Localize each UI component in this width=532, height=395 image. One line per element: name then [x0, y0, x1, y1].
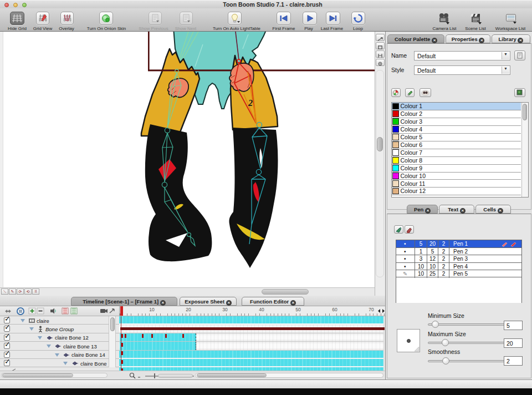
svg-text:50: 50	[295, 307, 301, 312]
svg-text:10: 10	[149, 307, 155, 312]
svg-text:30: 30	[222, 307, 228, 312]
svg-text:60: 60	[332, 307, 337, 312]
svg-text:40: 40	[259, 307, 264, 312]
svg-text:20: 20	[186, 307, 191, 312]
svg-text:2: 2	[248, 98, 253, 108]
svg-text:70: 70	[369, 307, 374, 312]
